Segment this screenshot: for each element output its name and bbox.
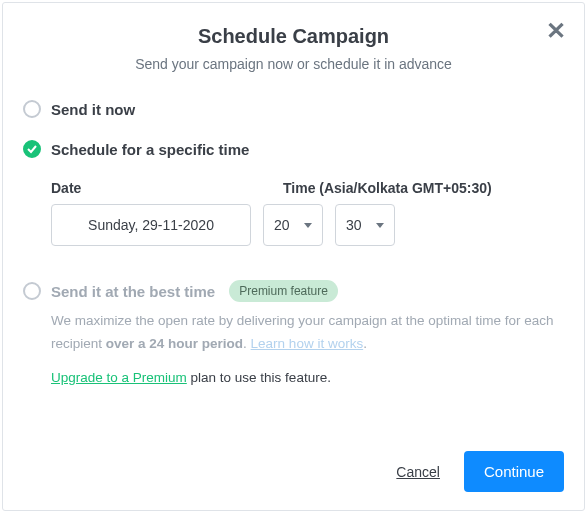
best-time-description: We maximize the open rate by delivering … <box>23 310 564 356</box>
hour-value: 20 <box>274 217 290 233</box>
date-input[interactable] <box>51 204 251 246</box>
continue-button[interactable]: Continue <box>464 451 564 492</box>
chevron-down-icon <box>376 223 384 228</box>
hour-select[interactable]: 20 <box>263 204 323 246</box>
date-label: Date <box>51 180 251 196</box>
option-best-time[interactable]: Send it at the best time Premium feature <box>23 280 564 302</box>
close-icon[interactable]: ✕ <box>546 17 566 45</box>
radio-schedule-specific[interactable] <box>23 140 41 158</box>
upgrade-suffix: plan to use this feature. <box>187 370 331 385</box>
modal-header: Schedule Campaign Send your campaign now… <box>23 25 564 72</box>
upgrade-row: Upgrade to a Premium plan to use this fe… <box>23 370 564 385</box>
desc-bold: over a 24 hour period <box>106 336 243 351</box>
datetime-labels: Date Time (Asia/Kolkata GMT+05:30) <box>23 180 564 196</box>
modal-footer: Cancel Continue <box>23 451 564 492</box>
desc-suffix: . <box>363 336 367 351</box>
datetime-inputs: 20 30 <box>23 204 564 246</box>
modal-title: Schedule Campaign <box>23 25 564 48</box>
learn-how-link[interactable]: Learn how it works <box>251 336 364 351</box>
radio-send-now[interactable] <box>23 100 41 118</box>
minute-value: 30 <box>346 217 362 233</box>
modal-subtitle: Send your campaign now or schedule it in… <box>23 56 564 72</box>
schedule-campaign-modal: ✕ Schedule Campaign Send your campaign n… <box>2 2 585 511</box>
time-label: Time (Asia/Kolkata GMT+05:30) <box>283 180 492 196</box>
option-send-now[interactable]: Send it now <box>23 100 564 118</box>
option-send-now-label: Send it now <box>51 101 135 118</box>
upgrade-premium-link[interactable]: Upgrade to a Premium <box>51 370 187 385</box>
option-schedule-specific-label: Schedule for a specific time <box>51 141 249 158</box>
option-best-time-label: Send it at the best time <box>51 283 215 300</box>
option-schedule-specific[interactable]: Schedule for a specific time <box>23 140 564 158</box>
minute-select[interactable]: 30 <box>335 204 395 246</box>
cancel-button[interactable]: Cancel <box>396 464 440 480</box>
radio-best-time[interactable] <box>23 282 41 300</box>
desc-sep: . <box>243 336 251 351</box>
chevron-down-icon <box>304 223 312 228</box>
premium-badge: Premium feature <box>229 280 338 302</box>
